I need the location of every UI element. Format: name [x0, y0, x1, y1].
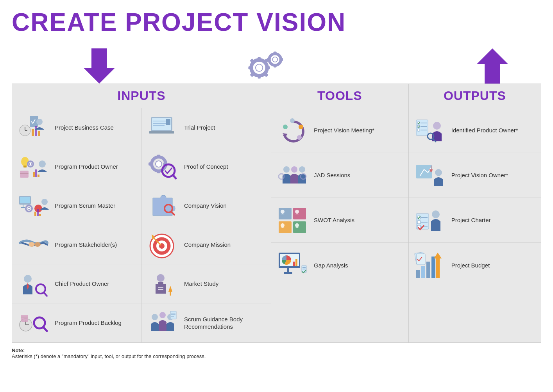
list-item: Company Mission	[141, 225, 271, 264]
vision-owner-label: Project Vision Owner*	[451, 171, 508, 179]
svg-rect-67	[166, 119, 170, 125]
svg-rect-150	[421, 266, 425, 278]
svg-rect-109	[279, 221, 292, 233]
svg-rect-44	[37, 209, 39, 216]
swot-analysis-icon	[276, 206, 309, 235]
outputs-header: OUTPUTS	[409, 84, 541, 108]
svg-point-2	[255, 64, 262, 71]
down-arrow-icon	[84, 48, 115, 84]
section-headers: INPUTS TOOLS OUTPUTS	[12, 84, 541, 108]
svg-rect-110	[293, 221, 306, 233]
list-item: Project Vision Owner*	[409, 153, 541, 198]
svg-rect-70	[157, 155, 160, 159]
svg-point-99	[299, 125, 303, 129]
svg-point-29	[29, 163, 32, 165]
gears-icon	[241, 48, 288, 84]
trial-project-label: Trial Project	[184, 124, 215, 132]
svg-rect-13	[274, 52, 276, 55]
market-study-icon	[146, 269, 179, 298]
scrum-master-icon	[17, 191, 50, 220]
main-grid: Project Business Case	[12, 108, 541, 343]
svg-rect-24	[38, 131, 40, 136]
list-item: Project Business Case	[12, 108, 141, 147]
business-case-label: Project Business Case	[55, 124, 114, 132]
svg-rect-23	[35, 126, 37, 136]
scrum-guidance-icon	[146, 308, 179, 338]
product-owner-icon	[17, 152, 50, 181]
tools-gears-container	[186, 48, 319, 84]
outputs-column: Identified Product Owner* Project Vi	[409, 108, 541, 342]
svg-rect-32	[33, 172, 35, 177]
company-mission-label: Company Mission	[184, 241, 231, 249]
svg-rect-66	[149, 131, 174, 134]
svg-rect-118	[293, 262, 295, 266]
chief-product-owner-label: Chief Product Owner	[55, 280, 109, 288]
note-title: Note:	[12, 347, 25, 353]
svg-rect-39	[21, 207, 25, 208]
svg-rect-34	[38, 175, 39, 177]
svg-line-75	[173, 175, 176, 178]
tools-header: TOOLS	[271, 84, 409, 108]
svg-point-111	[281, 210, 285, 214]
note-text: Asterisks (*) denote a "mandatory" input…	[12, 353, 206, 359]
svg-rect-59	[21, 315, 28, 322]
svg-point-47	[29, 242, 35, 247]
inputs-arrow-container	[12, 48, 186, 84]
company-mission-icon	[146, 230, 179, 259]
svg-point-98	[290, 118, 295, 123]
scrum-guidance-label: Scrum Guidance Body Recommendations	[184, 315, 243, 331]
inputs-right-column: Trial Project	[141, 108, 271, 342]
svg-point-112	[295, 210, 299, 214]
inputs-column: Project Business Case	[12, 108, 271, 342]
stakeholders-icon	[17, 230, 50, 259]
proof-of-concept-icon	[146, 152, 179, 181]
svg-rect-22	[32, 129, 34, 136]
svg-rect-121	[284, 272, 292, 274]
svg-rect-14	[274, 64, 276, 67]
company-vision-icon	[146, 191, 179, 220]
list-item: Identified Product Owner*	[409, 108, 541, 153]
svg-point-103	[291, 166, 297, 173]
product-owner-label: Program Product Owner	[55, 163, 118, 171]
svg-point-48	[34, 242, 41, 247]
gap-analysis-label: Gap Analysis	[314, 262, 348, 269]
svg-rect-3	[258, 57, 260, 61]
svg-rect-151	[426, 262, 430, 278]
svg-rect-119	[295, 259, 297, 266]
svg-rect-4	[258, 74, 260, 78]
product-backlog-icon	[17, 308, 50, 338]
gap-analysis-icon	[276, 251, 309, 280]
tools-column: Project Vision Meeting* JAD Sessions	[271, 108, 409, 342]
svg-point-100	[297, 135, 302, 140]
svg-point-132	[433, 122, 441, 130]
svg-rect-108	[293, 208, 306, 219]
list-item: Project Budget	[409, 243, 541, 288]
svg-point-84	[157, 274, 165, 282]
jad-sessions-label: JAD Sessions	[314, 171, 350, 179]
market-study-label: Market Study	[184, 280, 218, 288]
list-item: Scrum Guidance Body Recommendations	[141, 303, 271, 342]
svg-point-102	[283, 166, 290, 173]
arrows-row	[12, 41, 541, 84]
svg-point-140	[435, 169, 442, 176]
vision-owner-icon	[413, 161, 447, 190]
list-item: Proof of Concept	[141, 147, 271, 186]
svg-rect-93	[170, 311, 176, 319]
project-budget-icon	[413, 251, 447, 280]
svg-point-35	[39, 160, 46, 167]
svg-line-58	[43, 327, 47, 331]
svg-point-91	[159, 312, 166, 318]
outputs-arrow-container	[447, 48, 537, 84]
svg-rect-71	[157, 169, 160, 173]
svg-rect-33	[35, 169, 37, 177]
svg-rect-85	[158, 282, 163, 284]
product-backlog-label: Program Product Backlog	[55, 319, 122, 327]
list-item: Chief Product Owner	[12, 264, 141, 303]
svg-rect-135	[416, 165, 432, 178]
inputs-left-column: Project Business Case	[12, 108, 141, 342]
svg-rect-145	[417, 221, 421, 224]
identified-owner-label: Identified Product Owner*	[451, 127, 518, 134]
svg-marker-86	[168, 286, 172, 292]
svg-point-49	[24, 275, 32, 283]
list-item: Program Product Owner	[12, 147, 141, 186]
